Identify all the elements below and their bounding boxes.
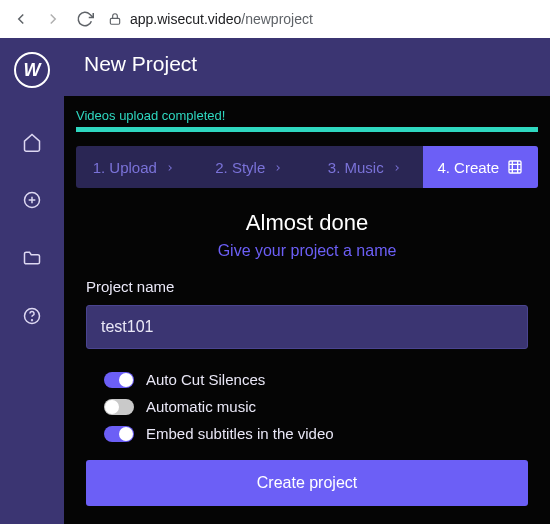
svg-rect-0	[110, 18, 119, 24]
toggle-auto-music[interactable]	[104, 399, 134, 415]
stepper: 1. Upload 2. Style 3. Music	[76, 146, 538, 188]
toggle-auto-cut-label: Auto Cut Silences	[146, 371, 265, 388]
step-create[interactable]: 4. Create	[423, 146, 539, 188]
app-logo[interactable]: W	[14, 52, 50, 88]
page-title: New Project	[64, 38, 550, 96]
step-upload[interactable]: 1. Upload	[76, 146, 192, 188]
step-music[interactable]: 3. Music	[307, 146, 423, 188]
browser-toolbar: app.wisecut.video/newproject	[0, 0, 550, 38]
svg-rect-6	[509, 161, 521, 173]
lock-icon	[108, 12, 122, 26]
sidebar: W	[0, 38, 64, 524]
toggle-auto-cut[interactable]	[104, 372, 134, 388]
add-icon[interactable]	[20, 188, 44, 212]
url-bar[interactable]: app.wisecut.video/newproject	[108, 11, 313, 27]
reload-icon[interactable]	[76, 10, 94, 28]
help-icon[interactable]	[20, 304, 44, 328]
chevron-right-icon	[165, 159, 175, 176]
url-domain: app.wisecut.video	[130, 11, 241, 27]
create-project-button[interactable]: Create project	[86, 460, 528, 506]
home-icon[interactable]	[20, 130, 44, 154]
back-icon[interactable]	[12, 10, 30, 28]
toggle-auto-music-label: Automatic music	[146, 398, 256, 415]
folder-icon[interactable]	[20, 246, 44, 270]
chevron-right-icon	[273, 159, 283, 176]
svg-point-5	[32, 320, 33, 321]
toggle-embed-subs[interactable]	[104, 426, 134, 442]
toggle-embed-subs-label: Embed subtitles in the video	[146, 425, 334, 442]
upload-status: Videos upload completed!	[64, 96, 550, 127]
chevron-right-icon	[392, 159, 402, 176]
project-name-label: Project name	[86, 278, 528, 295]
project-name-input[interactable]	[86, 305, 528, 349]
section-heading: Almost done	[76, 210, 538, 236]
url-path: /newproject	[241, 11, 313, 27]
upload-progress	[76, 127, 538, 132]
film-icon	[507, 159, 523, 175]
section-subheading: Give your project a name	[76, 242, 538, 260]
forward-icon[interactable]	[44, 10, 62, 28]
step-style[interactable]: 2. Style	[192, 146, 308, 188]
